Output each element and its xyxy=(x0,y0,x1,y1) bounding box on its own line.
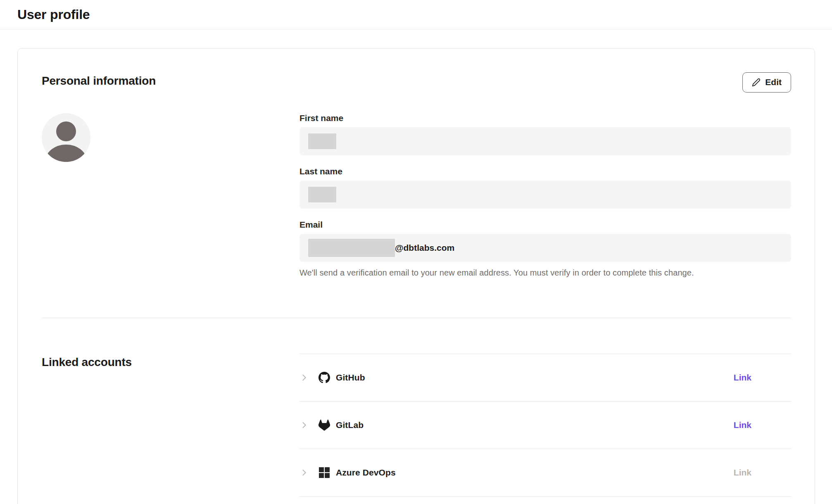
linked-row-azure-devops: Azure DevOps Link xyxy=(300,449,791,497)
page-title: User profile xyxy=(17,7,815,22)
first-name-input[interactable] xyxy=(300,127,791,155)
email-domain-suffix: @dbtlabs.com xyxy=(395,243,454,253)
github-logo-icon xyxy=(319,372,330,383)
linked-row-github: GitHub Link xyxy=(300,354,791,402)
last-name-input[interactable] xyxy=(300,181,791,209)
github-link-action[interactable]: Link xyxy=(734,373,751,383)
gitlab-logo-icon xyxy=(319,419,330,431)
pencil-icon xyxy=(752,78,761,87)
gitlab-link-action[interactable]: Link xyxy=(734,420,751,430)
email-input[interactable]: @dbtlabs.com xyxy=(300,234,791,262)
first-name-field-group: First name xyxy=(300,113,791,155)
provider-name: Azure DevOps xyxy=(336,468,396,478)
email-label: Email xyxy=(300,220,791,230)
personal-information-section: Personal information Edit xyxy=(42,74,791,318)
avatar-column xyxy=(42,113,300,278)
provider-name: GitHub xyxy=(336,373,365,383)
redacted-first-name-value xyxy=(308,133,336,149)
personal-information-heading: Personal information xyxy=(42,74,156,88)
chevron-right-icon[interactable] xyxy=(300,468,309,477)
first-name-label: First name xyxy=(300,113,791,123)
redacted-email-value xyxy=(308,239,395,257)
page-header: User profile xyxy=(0,0,832,29)
linked-accounts-list: GitHub Link GitLab Link xyxy=(300,354,791,497)
edit-button-label: Edit xyxy=(765,77,782,87)
edit-button[interactable]: Edit xyxy=(742,72,791,93)
chevron-right-icon[interactable] xyxy=(300,373,309,382)
last-name-label: Last name xyxy=(300,166,791,176)
personal-form: First name Last name Email @dbtlabs.com xyxy=(300,113,791,278)
redacted-last-name-value xyxy=(308,187,336,202)
provider-name: GitLab xyxy=(336,420,364,430)
last-name-field-group: Last name xyxy=(300,166,791,209)
email-field-group: Email @dbtlabs.com We'll send a verifica… xyxy=(300,220,791,278)
azure-devops-logo-icon xyxy=(319,467,330,478)
email-helper-text: We'll send a verification email to your … xyxy=(300,268,791,278)
linked-accounts-section: Linked accounts GitHub Link xyxy=(42,354,791,497)
azure-devops-link-action[interactable]: Link xyxy=(734,468,751,478)
avatar xyxy=(42,113,90,162)
section-divider xyxy=(42,318,791,318)
user-profile-card: Personal information Edit xyxy=(17,48,815,504)
linked-row-gitlab: GitLab Link xyxy=(300,402,791,449)
chevron-right-icon[interactable] xyxy=(300,421,309,430)
linked-accounts-heading: Linked accounts xyxy=(42,354,300,369)
